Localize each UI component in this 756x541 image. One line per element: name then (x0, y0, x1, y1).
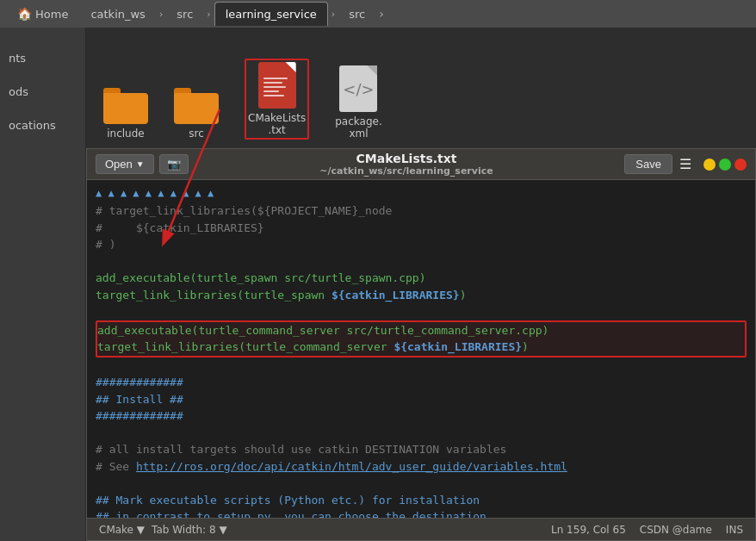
code-line-13: ############# (96, 407, 747, 425)
folder-icon-src (174, 88, 219, 124)
file-label-cmakelists: CMakeLists.txt (248, 112, 306, 136)
code-line-14 (96, 425, 747, 442)
open-button-label: Open (105, 158, 133, 171)
menu-icon: ☰ (679, 157, 691, 171)
encoding-label: CSDN @dame (640, 524, 712, 536)
tab-learning-service-label: learning_service (226, 8, 317, 21)
close-button[interactable] (734, 159, 747, 171)
minimize-button[interactable] (703, 159, 716, 171)
code-line-17 (96, 475, 747, 492)
editor-filename: CMakeLists.txt (356, 152, 457, 165)
sidebar-item-nts-label: nts (9, 52, 26, 65)
tab-src-1[interactable]: src (166, 2, 203, 26)
code-line-12: ## Install ## (96, 391, 747, 408)
tab-src-1-label: src (177, 8, 193, 21)
chevron-icon-3: › (332, 9, 335, 20)
more-chevron-icon: › (379, 7, 384, 21)
chevron-icon-2: › (207, 9, 210, 20)
code-line-18: ## Mark executable scripts (Python etc.)… (96, 492, 747, 509)
editor-window: Open ▼ 📷 CMakeLists.txt ~/catkin_ws/src/… (86, 148, 756, 541)
mode-indicator: INS (726, 524, 743, 536)
code-line-6: target_link_libraries(turtle_spawn ${cat… (96, 287, 747, 304)
sidebar-item-ods[interactable]: ods (0, 78, 85, 105)
top-navigation-bar: 🏠 Home catkin_ws › src › learning_servic… (0, 0, 756, 28)
file-icons-row: include src (86, 28, 756, 148)
code-line-8: add_executable(turtle_command_server src… (97, 322, 745, 339)
file-item-cmakelists[interactable]: CMakeLists.txt (245, 59, 309, 140)
open-button[interactable]: Open ▼ (96, 154, 154, 174)
scroll-indicator: ▲ ▲ ▲ ▲ ▲ ▲ ▲ ▲ ▲ ▲ (96, 185, 747, 201)
status-left: CMake ▼ Tab Width: 8 ▼ (99, 524, 227, 536)
code-line-19: ## in contrast to setup.py, you can choo… (96, 508, 747, 518)
chevron-icon-1: › (159, 9, 163, 20)
filetype-dropdown-icon: ▼ (137, 524, 145, 536)
menu-button[interactable]: ☰ (672, 156, 698, 172)
code-line-4 (96, 253, 747, 270)
status-right: Ln 159, Col 65 CSDN @dame INS (551, 524, 743, 536)
cursor-position: Ln 159, Col 65 (551, 524, 626, 536)
code-line-15: # all install targets should use catkin … (96, 441, 747, 458)
sidebar-item-locations[interactable]: ocations (0, 112, 85, 139)
code-line-7 (96, 303, 747, 320)
tab-catkin-ws-label: catkin_ws (90, 8, 146, 21)
tabwidth-dropdown-icon: ▼ (219, 524, 226, 536)
code-line-11: ############# (96, 374, 747, 391)
file-browser: include src (86, 28, 756, 148)
cmake-file-icon (258, 62, 296, 109)
tab-home-label: Home (35, 8, 68, 21)
maximize-button[interactable] (719, 159, 731, 171)
tab-src-2[interactable]: src (338, 2, 375, 26)
editor-title: CMakeLists.txt ~/catkin_ws/src/learning_… (189, 152, 625, 177)
window-controls (703, 159, 747, 171)
home-icon: 🏠 (17, 7, 32, 21)
code-line-10 (96, 358, 747, 375)
code-line-9: target_link_libraries(turtle_command_ser… (97, 339, 745, 356)
file-item-src[interactable]: src (174, 88, 219, 140)
save-button[interactable]: Save (624, 154, 672, 174)
tab-catkin-ws[interactable]: catkin_ws (80, 2, 156, 26)
file-label-package-xml: package.xml (335, 115, 381, 140)
code-line-3: # ) (96, 236, 747, 253)
sidebar-item-nts[interactable]: nts (0, 45, 85, 72)
sidebar-item-locations-label: ocations (9, 119, 56, 132)
sidebar: nts ods ocations (0, 28, 86, 541)
code-line-1: # target_link_libraries(${PROJECT_NAME}_… (96, 202, 747, 220)
save-button-label: Save (635, 158, 661, 171)
editor-body[interactable]: ▲ ▲ ▲ ▲ ▲ ▲ ▲ ▲ ▲ ▲ # target_link_librar… (87, 180, 755, 518)
file-item-include[interactable]: include (103, 88, 148, 140)
tab-learning-service[interactable]: learning_service (214, 2, 328, 26)
editor-titlebar: Open ▼ 📷 CMakeLists.txt ~/catkin_ws/src/… (87, 149, 755, 180)
sidebar-item-ods-label: ods (9, 85, 28, 98)
code-line-16: # See http://ros.org/doc/api/catkin/html… (96, 458, 747, 476)
xml-file-icon: </> (339, 65, 377, 112)
file-label-src: src (189, 127, 204, 140)
camera-icon: 📷 (167, 158, 181, 171)
file-item-package-xml[interactable]: </> package.xml (335, 65, 381, 140)
tabwidth-indicator[interactable]: Tab Width: 8 ▼ (152, 524, 227, 536)
code-line-5: add_executable(turtle_spawn src/turtle_s… (96, 270, 747, 287)
tab-src-2-label: src (349, 8, 365, 21)
highlighted-code-block: add_executable(turtle_command_server src… (96, 320, 747, 358)
folder-icon-include (103, 88, 148, 124)
editor-statusbar: CMake ▼ Tab Width: 8 ▼ Ln 159, Col 65 CS… (87, 518, 755, 540)
open-dropdown-icon: ▼ (136, 159, 145, 169)
filetype-indicator[interactable]: CMake ▼ (99, 524, 145, 536)
file-label-include: include (107, 127, 144, 140)
editor-path: ~/catkin_ws/src/learning_service (189, 165, 625, 177)
tab-home[interactable]: 🏠 Home (7, 2, 78, 26)
camera-button[interactable]: 📷 (159, 154, 189, 174)
code-line-2: # ${catkin_LIBRARIES} (96, 220, 747, 237)
